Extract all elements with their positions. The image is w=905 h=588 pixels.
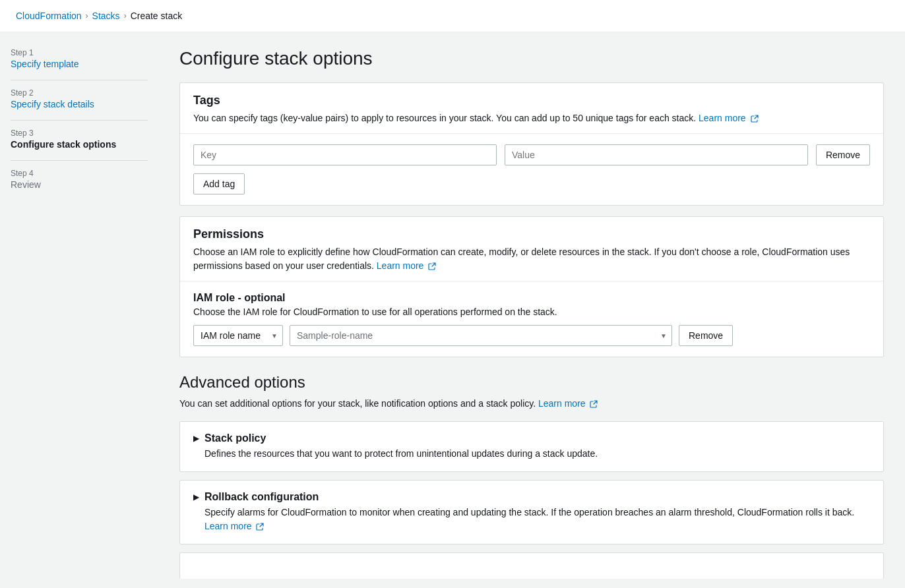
step-1-label: Step 1 [11, 48, 148, 57]
permissions-card-body: IAM role - optional Choose the IAM role … [180, 281, 883, 357]
breadcrumb: CloudFormation › Stacks › Create stack [0, 0, 905, 32]
rollback-config-title: Rollback configuration [204, 491, 870, 503]
step-3-label: Step 3 [11, 129, 148, 138]
advanced-options-title: Advanced options [179, 373, 884, 392]
stack-policy-header[interactable]: ▶ Stack policy Defines the resources tha… [180, 422, 883, 471]
permissions-title: Permissions [193, 227, 870, 241]
stack-policy-info: Stack policy Defines the resources that … [204, 432, 598, 461]
iam-role-value-select-wrapper: Sample-role-name ▼ [290, 325, 672, 346]
stack-policy-description: Defines the resources that you want to p… [204, 447, 598, 461]
page-title: Configure stack options [179, 48, 884, 69]
tags-title: Tags [193, 94, 870, 107]
breadcrumb-create-stack: Create stack [131, 11, 183, 21]
step-1: Step 1 Specify template [11, 48, 148, 69]
step-3: Step 3 Configure stack options [11, 129, 148, 150]
breadcrumb-cloudformation[interactable]: CloudFormation [16, 11, 82, 21]
rollback-config-panel: ▶ Rollback configuration Specify alarms … [179, 480, 884, 544]
step-divider-3 [11, 160, 148, 161]
tags-card-header: Tags You can specify tags (key-value pai… [180, 83, 883, 134]
breadcrumb-sep-2: › [124, 11, 127, 20]
advanced-learn-more-link[interactable]: Learn more [538, 398, 586, 409]
breadcrumb-sep-1: › [86, 11, 88, 20]
permissions-card-header: Permissions Choose an IAM role to explic… [180, 217, 883, 281]
rollback-learn-more-link[interactable]: Learn more [204, 521, 252, 531]
page-layout: Step 1 Specify template Step 2 Specify s… [0, 32, 905, 588]
iam-role-value-select[interactable]: Sample-role-name [290, 325, 672, 346]
step-divider-1 [11, 80, 148, 80]
stack-policy-arrow-icon: ▶ [193, 434, 199, 443]
iam-role-name-select-wrapper: IAM role name ▼ [193, 325, 283, 346]
iam-role-description: Choose the IAM role for CloudFormation t… [193, 307, 870, 317]
tags-learn-more-link[interactable]: Learn more [699, 113, 746, 123]
main-content: Configure stack options Tags You can spe… [158, 32, 905, 588]
tags-card-body: Remove Add tag [180, 134, 883, 205]
step-2: Step 2 Specify stack details [11, 88, 148, 109]
tags-description: You can specify tags (key-value pairs) t… [193, 111, 870, 125]
step-4: Step 4 Review [11, 169, 148, 190]
external-link-icon [751, 115, 759, 123]
iam-role-name-select[interactable]: IAM role name [193, 325, 283, 346]
rollback-arrow-icon: ▶ [193, 492, 199, 502]
iam-role-row: IAM role name ▼ Sample-role-name ▼ Remov… [193, 325, 870, 346]
rollback-config-header[interactable]: ▶ Rollback configuration Specify alarms … [180, 481, 883, 544]
permissions-learn-more-link[interactable]: Learn more [377, 260, 424, 271]
rollback-config-info: Rollback configuration Specify alarms fo… [204, 491, 870, 533]
iam-remove-button[interactable]: Remove [679, 325, 733, 346]
iam-role-title: IAM role - optional [193, 292, 870, 304]
advanced-options-description: You can set additional options for your … [179, 397, 884, 411]
permissions-description: Choose an IAM role to explicitly define … [193, 245, 870, 273]
step-2-label: Step 2 [11, 88, 148, 98]
permissions-external-link-icon [428, 262, 436, 270]
tags-card: Tags You can specify tags (key-value pai… [179, 82, 884, 206]
stack-policy-title: Stack policy [204, 432, 598, 444]
sidebar-item-configure-options: Configure stack options [11, 139, 148, 150]
remove-tag-button[interactable]: Remove [816, 144, 870, 165]
stack-policy-panel: ▶ Stack policy Defines the resources tha… [179, 421, 884, 472]
sidebar-item-specify-template[interactable]: Specify template [11, 59, 148, 69]
tag-value-input[interactable] [505, 144, 808, 165]
advanced-external-link-icon [590, 400, 598, 408]
tag-row: Remove [193, 144, 870, 165]
sidebar-item-stack-details[interactable]: Specify stack details [11, 99, 148, 109]
step-4-label: Step 4 [11, 169, 148, 178]
add-tag-button[interactable]: Add tag [193, 173, 245, 194]
sidebar: Step 1 Specify template Step 2 Specify s… [0, 32, 158, 588]
breadcrumb-stacks[interactable]: Stacks [92, 11, 120, 21]
extra-panel [179, 552, 884, 579]
rollback-external-link-icon [256, 523, 264, 531]
step-divider-2 [11, 120, 148, 121]
rollback-config-description: Specify alarms for CloudFormation to mon… [204, 506, 870, 533]
tag-key-input[interactable] [193, 144, 497, 165]
permissions-card: Permissions Choose an IAM role to explic… [179, 216, 884, 357]
sidebar-item-review: Review [11, 179, 148, 190]
